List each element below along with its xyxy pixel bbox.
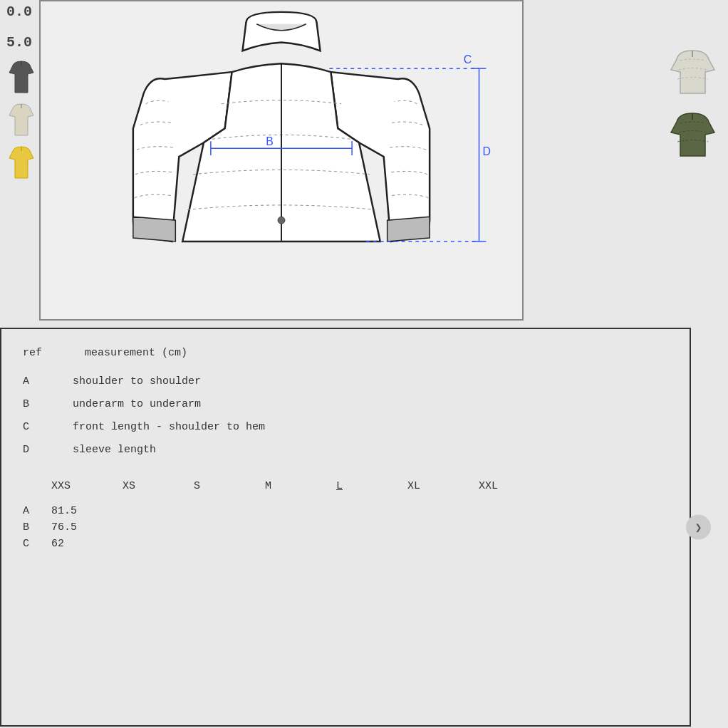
- data-row-c: C 62: [23, 538, 668, 550]
- number-top: 0.0: [6, 4, 32, 20]
- data-val-a-l: [265, 505, 336, 517]
- next-arrow-icon: ❯: [695, 520, 702, 534]
- ref-b: B: [23, 396, 44, 413]
- variant-thumb-lightgray[interactable]: [664, 43, 721, 100]
- table-header: ref measurement (cm): [23, 347, 668, 359]
- data-val-b-s: [123, 521, 194, 534]
- data-val-b-xxl: [407, 521, 479, 534]
- ref-a: A: [23, 373, 44, 390]
- tech-drawing-box: C D B: [39, 0, 524, 321]
- data-val-c-xs: 62: [51, 538, 123, 550]
- measurement-row-c: C front length - shoulder to hem: [23, 419, 668, 436]
- size-header-row: XXS XS S M L XL XXL: [23, 480, 668, 492]
- size-l[interactable]: L: [336, 480, 407, 492]
- size-xxl[interactable]: XXL: [479, 480, 550, 492]
- color-variants-left: [0, 57, 43, 182]
- data-val-b-xl: [336, 521, 407, 534]
- data-val-a-xl: [336, 505, 407, 517]
- size-s[interactable]: S: [194, 480, 265, 492]
- measurement-table: ref measurement (cm) A shoulder to shoul…: [0, 328, 691, 727]
- number-bottom: 5.0: [6, 34, 32, 51]
- top-section: 0.0 5.0: [0, 0, 728, 328]
- ref-header: ref: [23, 347, 42, 359]
- data-rows: A 81.5 B 76.5 C 62: [23, 505, 668, 550]
- measurement-row-d: D sleeve length: [23, 442, 668, 459]
- ref-c: C: [23, 419, 44, 436]
- data-val-c-xl: [336, 538, 407, 550]
- measurement-row-a: A shoulder to shoulder: [23, 373, 668, 390]
- variant-thumb-yellow[interactable]: [6, 142, 38, 182]
- measurement-header: measurement (cm): [85, 347, 187, 359]
- next-arrow-button[interactable]: ❯: [686, 515, 711, 540]
- variant-thumb-darkgray[interactable]: [6, 57, 38, 96]
- size-m[interactable]: M: [265, 480, 336, 492]
- data-val-c-l: [265, 538, 336, 550]
- size-xs[interactable]: XS: [123, 480, 194, 492]
- data-ref-a: A: [23, 505, 51, 517]
- desc-b: underarm to underarm: [73, 396, 201, 413]
- measurement-row-b: B underarm to underarm: [23, 396, 668, 413]
- variant-thumb-olive[interactable]: [664, 105, 721, 162]
- data-val-c-m: [194, 538, 265, 550]
- data-val-a-xxl: [407, 505, 479, 517]
- data-val-b-m: [194, 521, 265, 534]
- measurement-rows: A shoulder to shoulder B underarm to und…: [23, 373, 668, 459]
- svg-text:D: D: [482, 145, 490, 157]
- data-val-a-xs: 81.5: [51, 505, 123, 517]
- svg-text:B: B: [266, 135, 274, 147]
- svg-text:C: C: [464, 53, 472, 66]
- desc-c: front length - shoulder to hem: [73, 419, 265, 436]
- data-val-b-xs: 76.5: [51, 521, 123, 534]
- ref-d: D: [23, 442, 44, 459]
- data-ref-c: C: [23, 538, 51, 550]
- variant-thumb-cream[interactable]: [6, 100, 38, 139]
- data-val-b-l: [265, 521, 336, 534]
- data-row-b: B 76.5: [23, 521, 668, 534]
- size-col-empty: [23, 480, 51, 492]
- svg-point-2: [278, 217, 285, 224]
- jacket-svg: C D B: [41, 1, 522, 319]
- data-val-a-m: [194, 505, 265, 517]
- desc-a: shoulder to shoulder: [73, 373, 201, 390]
- size-xxs[interactable]: XXS: [51, 480, 123, 492]
- data-val-c-xxl: [407, 538, 479, 550]
- size-xl[interactable]: XL: [407, 480, 479, 492]
- data-val-c-s: [123, 538, 194, 550]
- color-variants-right: [664, 43, 721, 162]
- data-val-a-s: [123, 505, 194, 517]
- data-ref-b: B: [23, 521, 51, 534]
- desc-d: sleeve length: [73, 442, 156, 459]
- data-row-a: A 81.5: [23, 505, 668, 517]
